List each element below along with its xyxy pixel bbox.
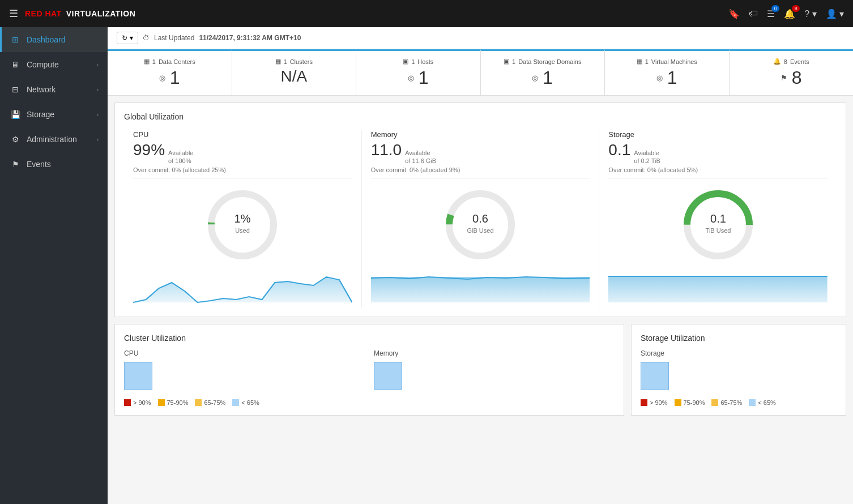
cluster-sub-panels: CPU Memory [124, 349, 615, 390]
events-card-icon: 🔔 [773, 58, 781, 65]
svg-text:1%: 1% [234, 212, 251, 225]
data-centers-icon: ▦ [144, 58, 150, 65]
card-events-title: 🔔 8 Events [739, 58, 845, 65]
memory-panel: Memory 11.0 Available of 11.6 GiB Over c… [362, 130, 600, 307]
sidebar-label-events: Events [27, 160, 51, 169]
sidebar-item-compute-inner: 🖥 Compute [11, 60, 59, 69]
events-value: ⚑ 8 [739, 67, 845, 88]
logo-red: RED HAT [25, 9, 62, 18]
sidebar-label-administration: Administration [27, 135, 77, 144]
card-hosts-title: ▣ 1 Hosts [365, 58, 471, 65]
topbar: ☰ RED HAT VIRTUALIZATION 🔖 🏷 ☰ 0 🔔 8 ? ▾… [0, 0, 853, 27]
card-hosts[interactable]: ▣ 1 Hosts ◎ 1 [356, 49, 481, 95]
sidebar-label-dashboard: Dashboard [27, 35, 66, 44]
legend-label-90: > 90% [133, 399, 151, 406]
storage-legend-item-75: 75-90% [675, 399, 705, 406]
storage-legend: > 90% 75-90% 65-75% < 65% [641, 399, 837, 406]
app-logo: RED HAT VIRTUALIZATION [25, 9, 135, 18]
storage-legend-item-90: > 90% [641, 399, 668, 406]
memory-available: Available of 11.6 GiB [405, 149, 436, 165]
card-clusters[interactable]: ▦ 1 Clusters N/A [232, 49, 357, 95]
sidebar-label-network: Network [27, 85, 56, 94]
sidebar-item-dashboard-inner: ⊞ Dashboard [11, 35, 66, 44]
hosts-value: ◎ 1 [365, 67, 471, 88]
svg-text:Used: Used [235, 227, 250, 234]
cpu-overcommit: Over commit: 0% (allocated 25%) [133, 166, 352, 173]
cpu-numbers: 99% Available of 100% [133, 141, 352, 165]
sidebar-item-events[interactable]: ⚑ Events [0, 152, 108, 177]
storage-big-value: 0.1 [608, 141, 630, 159]
hamburger-menu[interactable]: ☰ [9, 7, 18, 20]
global-utilization-title: Global Utilization [124, 112, 837, 121]
hosts-count: 1 [411, 58, 415, 65]
memory-sparkline [371, 271, 590, 305]
sidebar-item-storage[interactable]: 💾 Storage › [0, 102, 108, 127]
tag-icon[interactable]: 🏷 [749, 8, 758, 19]
cluster-legend-item-lt65: < 65% [232, 399, 259, 406]
cpu-donut-chart: 1% Used [203, 185, 282, 264]
storage-storage-title: Storage [641, 349, 837, 357]
storage-legend-label-lt65: < 65% [758, 399, 776, 406]
sidebar-item-compute[interactable]: 🖥 Compute › [0, 52, 108, 77]
cpu-divider [133, 178, 352, 178]
refresh-button[interactable]: ↻ ▾ [117, 32, 138, 44]
cpu-title: CPU [133, 130, 352, 139]
cluster-memory-panel: Memory [374, 349, 615, 390]
storage-sub-panels: Storage [641, 349, 837, 390]
card-data-storage[interactable]: ▣ 1 Data Storage Domains ◎ 1 [481, 49, 605, 95]
sidebar-item-dashboard[interactable]: ⊞ Dashboard [0, 27, 108, 52]
summary-cards: ▦ 1 Data Centers ◎ 1 ▦ 1 Clusters N/A [108, 49, 853, 96]
storage-legend-label-65: 65-75% [720, 399, 742, 406]
hosts-status-icon: ◎ [408, 74, 414, 82]
events-icon: ⚑ [11, 160, 20, 169]
sidebar-item-administration[interactable]: ⚙ Administration › [0, 127, 108, 152]
legend-label-65: 65-75% [204, 399, 225, 406]
card-virtual-machines[interactable]: ▦ 1 Virtual Machines ◎ 1 [605, 49, 730, 95]
storage-legend-label-75: 75-90% [684, 399, 705, 406]
storage-icon: 💾 [11, 110, 20, 119]
administration-icon: ⚙ [11, 135, 20, 144]
data-centers-count: 1 [152, 58, 156, 65]
bookmark-icon[interactable]: 🔖 [728, 8, 740, 19]
cluster-legend-item-75: 75-90% [158, 399, 189, 406]
cluster-legend-item-90: > 90% [124, 399, 151, 406]
bell-icon[interactable]: 🔔 8 [784, 8, 795, 19]
cluster-memory-title: Memory [374, 349, 615, 357]
memory-donut-container: 0.6 GiB Used [371, 185, 590, 264]
legend-color-75 [158, 399, 165, 406]
memory-overcommit: Over commit: 0% (allocated 9%) [371, 166, 590, 173]
sidebar-item-network[interactable]: ⊟ Network › [0, 77, 108, 102]
card-data-centers[interactable]: ▦ 1 Data Centers ◎ 1 [108, 49, 232, 95]
storage-numbers: 0.1 Available of 0.2 TiB [608, 141, 828, 165]
storage-storage-box [641, 362, 669, 390]
bell-badge: 8 [792, 5, 800, 12]
card-data-centers-title: ▦ 1 Data Centers [117, 58, 223, 65]
list-icon[interactable]: ☰ 0 [767, 8, 775, 19]
dashboard-icon: ⊞ [11, 35, 20, 44]
refresh-dropdown-icon: ▾ [130, 34, 133, 42]
legend-color-90 [124, 399, 131, 406]
cluster-legend: > 90% 75-90% 65-75% < 65% [124, 399, 615, 406]
cpu-donut-container: 1% Used [133, 185, 352, 264]
help-icon[interactable]: ? ▾ [804, 8, 816, 19]
svg-marker-9 [371, 277, 590, 302]
user-icon[interactable]: 👤 ▾ [826, 8, 844, 19]
topbar-right: 🔖 🏷 ☰ 0 🔔 8 ? ▾ 👤 ▾ [728, 8, 844, 19]
cpu-panel: CPU 99% Available of 100% Over commit: 0… [124, 130, 362, 307]
hosts-icon: ▣ [403, 58, 408, 65]
cluster-utilization-title: Cluster Utilization [124, 334, 615, 343]
sidebar: ⊞ Dashboard 🖥 Compute › ⊟ Network › 💾 St… [0, 27, 108, 504]
legend-label-75: 75-90% [167, 399, 189, 406]
vms-value: ◎ 1 [614, 67, 720, 88]
card-events[interactable]: 🔔 8 Events ⚑ 8 [730, 49, 854, 95]
memory-big-value: 11.0 [371, 141, 402, 159]
memory-donut-chart: 0.6 GiB Used [441, 185, 520, 264]
events-count: 8 [784, 58, 787, 65]
cluster-cpu-box [124, 362, 152, 390]
storage-chevron-icon: › [97, 112, 99, 118]
card-clusters-title: ▦ 1 Clusters [241, 58, 347, 65]
storage-legend-item-65: 65-75% [711, 399, 742, 406]
svg-text:0.6: 0.6 [472, 212, 488, 225]
cluster-cpu-panel: CPU [124, 349, 365, 390]
data-storage-count: 1 [512, 58, 515, 65]
